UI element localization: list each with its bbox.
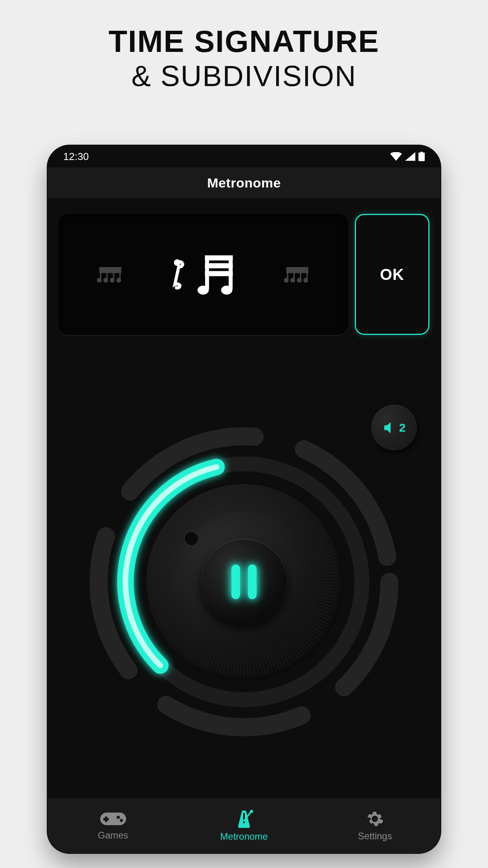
svg-point-9	[104, 278, 108, 282]
svg-point-19	[221, 286, 232, 294]
svg-rect-16	[205, 263, 233, 268]
svg-rect-39	[103, 818, 109, 820]
svg-rect-15	[205, 256, 233, 260]
phone-frame: 12:30 Metronome	[48, 145, 440, 853]
svg-point-8	[97, 278, 101, 282]
bottom-nav: Games Metronome Settings	[48, 798, 440, 853]
headline-line1: TIME SIGNATURE	[0, 24, 488, 59]
svg-point-26	[284, 278, 288, 282]
pause-icon	[231, 565, 257, 599]
svg-rect-1	[420, 152, 423, 153]
svg-rect-0	[418, 153, 425, 161]
nav-label: Games	[98, 830, 128, 841]
svg-rect-25	[287, 271, 308, 272]
svg-point-41	[120, 819, 123, 822]
svg-rect-7	[100, 271, 121, 272]
ok-button[interactable]: OK	[355, 214, 429, 335]
svg-rect-6	[100, 268, 121, 269]
tempo-dial[interactable]	[83, 421, 405, 743]
battery-icon	[418, 152, 425, 161]
svg-point-11	[117, 278, 121, 282]
svg-point-28	[297, 278, 301, 282]
svg-point-18	[198, 286, 209, 294]
sixteenth-group-icon	[97, 265, 123, 284]
marketing-headline: TIME SIGNATURE & SUBDIVISION	[0, 0, 488, 93]
nav-label: Metronome	[220, 831, 268, 842]
svg-rect-42	[243, 813, 245, 823]
metronome-icon	[234, 809, 254, 829]
svg-point-27	[291, 278, 295, 282]
svg-point-12	[174, 259, 180, 266]
nav-settings[interactable]: Settings	[310, 798, 440, 853]
svg-point-44	[250, 810, 253, 813]
sixteenth-group-icon	[284, 265, 310, 284]
gamepad-icon	[99, 810, 127, 828]
status-bar: 12:30	[48, 145, 440, 167]
gear-icon	[365, 809, 384, 828]
page-title: Metronome	[207, 175, 281, 191]
nav-games[interactable]: Games	[48, 798, 178, 853]
headline-line2: & SUBDIVISION	[0, 59, 488, 93]
svg-rect-24	[287, 268, 308, 269]
status-time: 12:30	[63, 151, 89, 163]
svg-point-29	[304, 278, 308, 282]
play-pause-button[interactable]	[201, 539, 287, 625]
svg-rect-17	[205, 271, 233, 276]
subdivision-picker: OK	[59, 214, 429, 335]
ok-button-label: OK	[380, 266, 404, 283]
swing-sixteenth-icon	[164, 247, 242, 302]
app-header: Metronome	[48, 167, 440, 198]
wifi-icon	[390, 152, 402, 161]
subdivision-scroll[interactable]	[59, 214, 348, 335]
nav-label: Settings	[358, 831, 392, 842]
subdivision-option-next[interactable]	[284, 265, 310, 284]
svg-point-10	[110, 278, 114, 282]
svg-point-40	[117, 816, 120, 819]
subdivision-option-selected[interactable]	[164, 247, 242, 302]
cellular-icon	[405, 152, 415, 161]
subdivision-option-prev[interactable]	[97, 265, 123, 284]
status-icons	[390, 152, 425, 161]
nav-metronome[interactable]: Metronome	[178, 798, 309, 853]
